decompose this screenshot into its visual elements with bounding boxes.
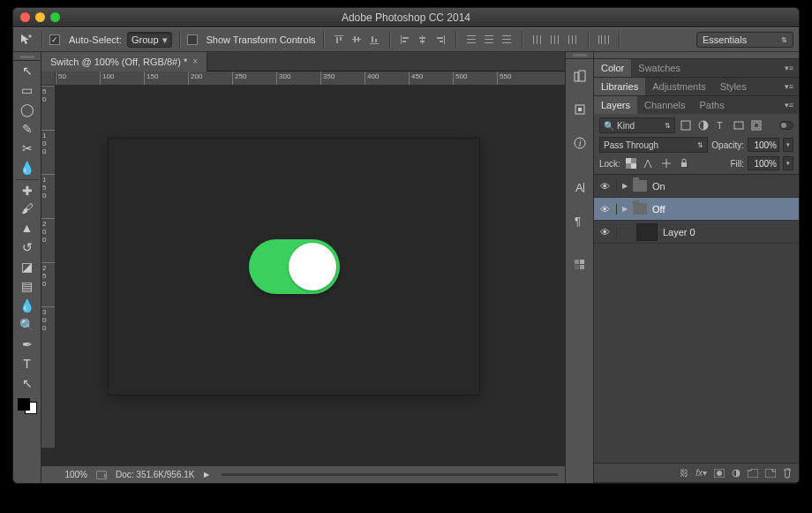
tab-color[interactable]: Color: [594, 59, 631, 77]
new-group-icon[interactable]: [748, 469, 758, 478]
distribute-vcenter-icon[interactable]: [481, 32, 497, 48]
tab-paths[interactable]: Paths: [693, 96, 732, 114]
tab-libraries[interactable]: Libraries: [594, 78, 645, 95]
color-swatches[interactable]: [16, 396, 39, 416]
distribute-bottom-icon[interactable]: [499, 32, 515, 48]
align-right-icon[interactable]: [432, 32, 448, 48]
properties-icon[interactable]: [568, 98, 591, 121]
layer-name[interactable]: On: [652, 181, 665, 192]
quick-select-tool[interactable]: ✎: [16, 119, 39, 139]
minimize-window-button[interactable]: [35, 12, 45, 22]
fill-scrubber[interactable]: ▾: [783, 156, 793, 170]
panel-menu-icon[interactable]: ▾≡: [779, 64, 799, 72]
visibility-toggle[interactable]: 👁: [594, 227, 617, 238]
workspace-select[interactable]: Essentials ⇅: [696, 32, 793, 48]
new-adjustment-icon[interactable]: [732, 469, 741, 478]
disclosure-triangle-icon[interactable]: ▶: [622, 182, 628, 190]
filter-shape-icon[interactable]: [732, 118, 746, 132]
filter-pixel-icon[interactable]: [679, 118, 693, 132]
align-top-icon[interactable]: [331, 32, 347, 48]
auto-select-checkbox[interactable]: [49, 34, 60, 45]
lock-position-icon[interactable]: [659, 156, 673, 170]
document-tab[interactable]: Switch @ 100% (Off, RGB/8#) * ×: [41, 52, 207, 72]
layer-row[interactable]: 👁Layer 0: [594, 221, 799, 244]
history-brush-tool[interactable]: ↺: [16, 238, 39, 257]
trash-icon[interactable]: [783, 468, 792, 479]
fill-input[interactable]: [748, 156, 779, 170]
layer-filter-kind-select[interactable]: 🔍 Kind ⇅: [599, 117, 675, 133]
move-tool[interactable]: ↖: [16, 61, 39, 80]
opacity-scrubber[interactable]: ▾: [783, 138, 793, 152]
link-layers-icon[interactable]: ⛓: [680, 468, 688, 478]
swatches-icon[interactable]: [568, 253, 591, 276]
distribute-left-icon[interactable]: [530, 32, 545, 48]
lock-transparent-icon[interactable]: [624, 156, 638, 170]
panel-menu-icon[interactable]: ▾≡: [779, 101, 799, 109]
layer-row[interactable]: 👁▶On: [594, 175, 799, 198]
filter-type-icon[interactable]: T: [714, 118, 728, 132]
healing-brush-tool[interactable]: ✚: [16, 179, 39, 199]
visibility-toggle[interactable]: 👁: [594, 181, 617, 192]
align-left-icon[interactable]: [397, 32, 413, 48]
layer-thumbnail[interactable]: [636, 223, 658, 241]
pen-tool[interactable]: ✒: [16, 335, 39, 354]
align-hcenter-icon[interactable]: [415, 32, 431, 48]
dock-strip-grip[interactable]: [566, 52, 593, 59]
new-layer-icon[interactable]: [765, 469, 776, 478]
ruler-vertical[interactable]: 50100150200250300: [41, 86, 56, 448]
filter-adjustment-icon[interactable]: [696, 118, 710, 132]
distribute-top-icon[interactable]: [463, 32, 479, 48]
show-transform-checkbox[interactable]: [187, 34, 198, 45]
status-menu-arrow[interactable]: ▶: [204, 471, 209, 479]
doc-proxy-icon[interactable]: [96, 471, 107, 479]
tab-styles[interactable]: Styles: [713, 78, 754, 95]
clone-stamp-tool[interactable]: ▲: [16, 218, 39, 238]
eyedropper-tool[interactable]: 💧: [16, 158, 39, 177]
tab-channels[interactable]: Channels: [637, 96, 692, 114]
blur-tool[interactable]: 💧: [16, 296, 39, 315]
distribute-right-icon[interactable]: [565, 32, 581, 48]
tab-layers[interactable]: Layers: [594, 96, 637, 114]
ruler-origin[interactable]: [41, 72, 56, 86]
foreground-color-swatch[interactable]: [18, 398, 30, 411]
add-mask-icon[interactable]: [714, 469, 725, 478]
filter-toggle[interactable]: [779, 121, 793, 130]
lasso-tool[interactable]: ◯: [16, 100, 39, 119]
doc-size[interactable]: Doc: 351.6K/956.1K: [116, 470, 195, 479]
layer-name[interactable]: Layer 0: [663, 227, 695, 238]
filter-smart-icon[interactable]: [749, 118, 763, 132]
align-vcenter-icon[interactable]: [349, 32, 365, 48]
history-icon[interactable]: [568, 64, 591, 87]
character-icon[interactable]: A: [568, 176, 591, 199]
zoom-window-button[interactable]: [50, 12, 60, 22]
ruler-horizontal[interactable]: 50100150200250300350400450500550: [56, 72, 565, 86]
close-tab-icon[interactable]: ×: [192, 57, 198, 66]
type-tool[interactable]: T: [16, 354, 39, 373]
lock-image-icon[interactable]: [642, 156, 656, 170]
brush-tool[interactable]: 🖌: [16, 199, 39, 218]
crop-tool[interactable]: ✂: [16, 139, 39, 158]
blend-mode-select[interactable]: Pass Through ⇅: [599, 137, 708, 153]
opacity-input[interactable]: [748, 138, 779, 152]
panels-grip[interactable]: [594, 52, 799, 59]
info-icon[interactable]: i: [568, 132, 591, 155]
close-window-button[interactable]: [20, 12, 30, 22]
distribute-hcenter-icon[interactable]: [547, 32, 563, 48]
panel-menu-icon[interactable]: ▾≡: [779, 82, 799, 91]
paragraph-icon[interactable]: ¶: [568, 209, 591, 232]
disclosure-triangle-icon[interactable]: ▶: [622, 205, 628, 213]
fx-icon[interactable]: fx▾: [695, 468, 707, 478]
zoom-value[interactable]: 100%: [49, 470, 87, 479]
tab-adjustments[interactable]: Adjustments: [645, 78, 713, 95]
align-bottom-icon[interactable]: [366, 32, 382, 48]
canvas-stage[interactable]: [56, 86, 565, 448]
lock-all-icon[interactable]: [677, 156, 691, 170]
dodge-tool[interactable]: 🔍: [16, 315, 39, 335]
marquee-tool[interactable]: ▭: [16, 80, 39, 100]
arrange-3d-icon[interactable]: [596, 32, 612, 48]
toolbox-grip[interactable]: [13, 54, 41, 61]
path-select-tool[interactable]: ↖: [16, 373, 39, 393]
gradient-tool[interactable]: ▤: [16, 276, 39, 296]
eraser-tool[interactable]: ◪: [16, 257, 39, 276]
auto-select-mode-select[interactable]: Group ▾: [127, 32, 172, 48]
